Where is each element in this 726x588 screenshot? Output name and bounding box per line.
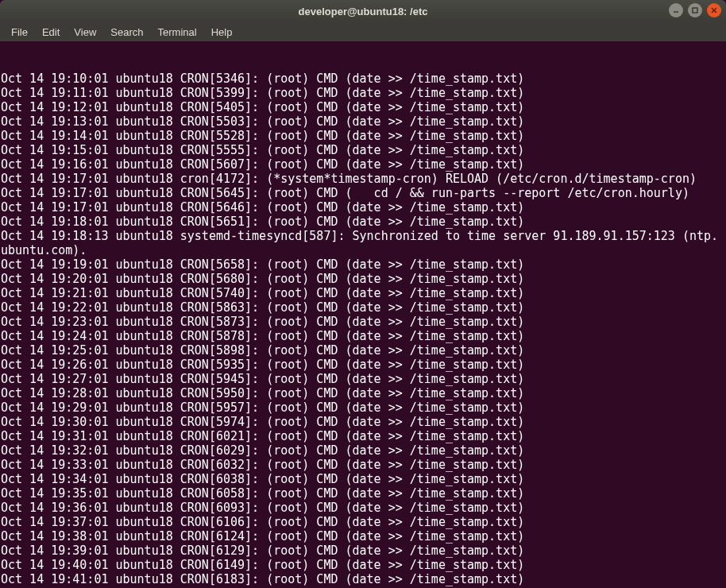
minimize-icon xyxy=(672,6,680,14)
terminal-line: Oct 14 19:38:01 ubuntu18 CRON[6124]: (ro… xyxy=(1,529,725,544)
terminal-line: Oct 14 19:12:01 ubuntu18 CRON[5405]: (ro… xyxy=(1,100,725,114)
terminal-line: Oct 14 19:16:01 ubuntu18 CRON[5607]: (ro… xyxy=(1,157,725,172)
terminal-line: Oct 14 19:39:01 ubuntu18 CRON[6129]: (ro… xyxy=(1,544,725,558)
terminal-line: Oct 14 19:27:01 ubuntu18 CRON[5945]: (ro… xyxy=(1,372,725,386)
terminal-line: Oct 14 19:17:01 ubuntu18 CRON[5646]: (ro… xyxy=(1,200,725,215)
terminal-line: Oct 14 19:20:01 ubuntu18 CRON[5680]: (ro… xyxy=(1,272,725,286)
terminal-line: Oct 14 19:17:01 ubuntu18 cron[4172]: (*s… xyxy=(1,172,725,186)
terminal-line: Oct 14 19:33:01 ubuntu18 CRON[6032]: (ro… xyxy=(1,458,725,472)
terminal-line: Oct 14 19:32:01 ubuntu18 CRON[6029]: (ro… xyxy=(1,443,725,458)
terminal-line: Oct 14 19:11:01 ubuntu18 CRON[5399]: (ro… xyxy=(1,86,725,100)
svg-rect-1 xyxy=(693,8,697,13)
menu-terminal[interactable]: Terminal xyxy=(152,25,203,40)
terminal-line: Oct 14 19:40:01 ubuntu18 CRON[6149]: (ro… xyxy=(1,558,725,572)
terminal-line: Oct 14 19:26:01 ubuntu18 CRON[5935]: (ro… xyxy=(1,358,725,372)
window-controls xyxy=(669,3,721,17)
menu-help[interactable]: Help xyxy=(205,25,239,40)
terminal-line: Oct 14 19:18:13 ubuntu18 systemd-timesyn… xyxy=(1,229,725,257)
terminal-line: Oct 14 19:35:01 ubuntu18 CRON[6058]: (ro… xyxy=(1,486,725,501)
terminal-line: Oct 14 19:13:01 ubuntu18 CRON[5503]: (ro… xyxy=(1,114,725,129)
terminal-viewport[interactable]: Oct 14 19:10:01 ubuntu18 CRON[5346]: (ro… xyxy=(0,41,726,588)
terminal-line: Oct 14 19:25:01 ubuntu18 CRON[5898]: (ro… xyxy=(1,343,725,358)
terminal-line: Oct 14 19:31:01 ubuntu18 CRON[6021]: (ro… xyxy=(1,429,725,443)
window-title: developer@ubuntu18: /etc xyxy=(0,6,726,17)
window-titlebar: developer@ubuntu18: /etc xyxy=(0,0,726,22)
terminal-line: Oct 14 19:36:01 ubuntu18 CRON[6093]: (ro… xyxy=(1,501,725,515)
terminal-line: Oct 14 19:41:01 ubuntu18 CRON[6183]: (ro… xyxy=(1,572,725,586)
terminal-line: Oct 14 19:29:01 ubuntu18 CRON[5957]: (ro… xyxy=(1,400,725,415)
terminal-line: Oct 14 19:19:01 ubuntu18 CRON[5658]: (ro… xyxy=(1,257,725,272)
menu-file[interactable]: File xyxy=(5,25,34,40)
minimize-button[interactable] xyxy=(669,3,683,17)
terminal-line: Oct 14 19:21:01 ubuntu18 CRON[5740]: (ro… xyxy=(1,286,725,300)
terminal-line: Oct 14 19:24:01 ubuntu18 CRON[5878]: (ro… xyxy=(1,329,725,343)
terminal-line: Oct 14 19:23:01 ubuntu18 CRON[5873]: (ro… xyxy=(1,315,725,329)
terminal-line: Oct 14 19:37:01 ubuntu18 CRON[6106]: (ro… xyxy=(1,515,725,529)
terminal-line: Oct 14 19:10:01 ubuntu18 CRON[5346]: (ro… xyxy=(1,72,725,86)
menu-edit[interactable]: Edit xyxy=(36,25,66,40)
terminal-output: Oct 14 19:10:01 ubuntu18 CRON[5346]: (ro… xyxy=(1,72,725,588)
terminal-line: Oct 14 19:34:01 ubuntu18 CRON[6038]: (ro… xyxy=(1,472,725,486)
menubar: File Edit View Search Terminal Help xyxy=(0,22,726,41)
maximize-button[interactable] xyxy=(688,3,702,17)
terminal-line: Oct 14 19:18:01 ubuntu18 CRON[5651]: (ro… xyxy=(1,215,725,229)
maximize-icon xyxy=(691,6,699,14)
close-icon xyxy=(710,6,718,14)
menu-view[interactable]: View xyxy=(68,25,102,40)
menu-search[interactable]: Search xyxy=(104,25,149,40)
terminal-line: Oct 14 19:15:01 ubuntu18 CRON[5555]: (ro… xyxy=(1,143,725,157)
terminal-line: Oct 14 19:14:01 ubuntu18 CRON[5528]: (ro… xyxy=(1,129,725,143)
terminal-line: Oct 14 19:17:01 ubuntu18 CRON[5645]: (ro… xyxy=(1,186,725,200)
terminal-line: Oct 14 19:28:01 ubuntu18 CRON[5950]: (ro… xyxy=(1,386,725,400)
close-button[interactable] xyxy=(707,3,721,17)
terminal-line: Oct 14 19:22:01 ubuntu18 CRON[5863]: (ro… xyxy=(1,300,725,315)
terminal-line: Oct 14 19:30:01 ubuntu18 CRON[5974]: (ro… xyxy=(1,415,725,429)
